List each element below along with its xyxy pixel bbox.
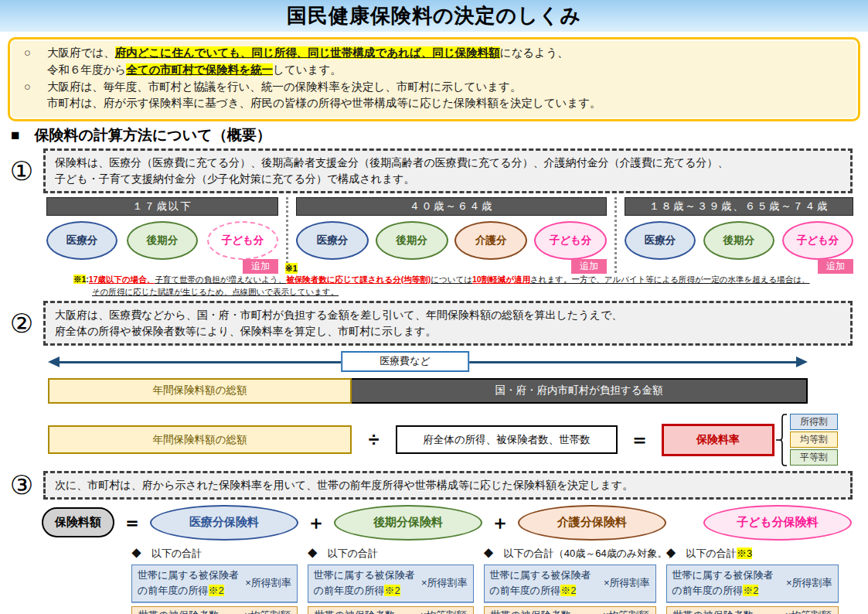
- capita-amount-label: ×均等割額: [244, 609, 291, 614]
- age-range-bar: ４０歳～６４歳: [296, 197, 607, 216]
- age-groups: １７歳以下医療分後期分子ども分追加※1４０歳～６４歳医療分後期分介護分子ども分追…: [39, 197, 863, 273]
- category-oval-kaigo: 介護分: [454, 221, 527, 260]
- income-rate-label: ×所得割率: [245, 576, 291, 590]
- step-3: ③ 次に、市町村は、府から示された保険料率を用いて、世帯の前年度所得や世帯構成等…: [0, 471, 853, 500]
- income-rate-label: ×所得割率: [786, 576, 832, 590]
- breakdown-heading: ◆ 以下の合計※3: [666, 547, 839, 561]
- income-rate-label: ×所得割率: [604, 576, 650, 590]
- step-2-text: 大阪府は、医療費などから、国・府・市町村が負担する金額を差し引いて、年間保険料額…: [43, 301, 853, 346]
- income-label: 世帯に属する被保険者の前年度の所得※2: [314, 568, 421, 599]
- arrow-head-right-icon: [796, 356, 808, 367]
- intro-text: 令和６年度から全ての市町村で保険料を統一しています。: [47, 62, 342, 79]
- capita-label: 世帯の被保険者数: [315, 609, 395, 614]
- breakdown-heading: ◆ 以下の合計: [131, 547, 298, 561]
- step-1-text: 保険料は、医療分（医療費に充てる分）、後期高齢者支援金分（後期高齢者の医療費に充…: [43, 148, 853, 193]
- page-header: 国民健康保険料の決定のしくみ: [0, 0, 868, 32]
- per-capita-levy-box: 均等割: [790, 432, 838, 448]
- equals-operator: ＝: [618, 427, 662, 452]
- step-3-text: 次に、市町村は、府から示された保険料率を用いて、世帯の前年度所得や世帯構成等に応…: [43, 471, 853, 500]
- breakdown-section: ◆ 以下の合計世帯に属する被保険者の前年度の所得※2×所得割率世帯の被保険者数×…: [131, 547, 868, 614]
- premium-oval-kodomo: 子ども分保険料: [703, 505, 852, 541]
- category-oval-kodomo: 子ども分: [207, 221, 278, 260]
- category-oval-row: 医療分後期分子ども分追加※1: [46, 216, 278, 273]
- income-label: 世帯に属する被保険者の前年度の所得※2: [138, 568, 245, 599]
- intro-text: 大阪府は、毎年度、市町村と協議を行い、統一の保険料率を決定し、市町村に示していま…: [47, 79, 521, 96]
- income-label: 世帯に属する被保険者の前年度の所得※2: [490, 568, 604, 599]
- per-household-levy-box: 平等割: [790, 449, 838, 466]
- step-3-number: ③: [0, 472, 43, 498]
- income-line1: 世帯に属する被保険者: [490, 568, 604, 583]
- arrow-head-left-icon: [48, 356, 60, 367]
- category-oval-kouki: 後期分: [376, 221, 448, 260]
- added-badge: 追加: [818, 259, 853, 274]
- income-line1: 世帯に属する被保険者: [672, 568, 786, 583]
- category-oval-kodomo: 子ども分: [534, 221, 607, 260]
- category-oval-medical: 医療分: [625, 221, 696, 260]
- arrow-label: 医療費など: [341, 351, 469, 372]
- capita-amount-label: ×均等割額: [420, 609, 467, 614]
- capita-row: 世帯の被保険者数×均等割額: [484, 606, 656, 614]
- age-range-bar: １７歳以下: [46, 197, 278, 216]
- category-item: 子ども分追加: [782, 221, 853, 273]
- premium-amount-box: 保険料額: [42, 507, 114, 537]
- note-1: ※1:17歳以下の場合、子育て世帯の負担が増えないよう、被保険者数に応じて課され…: [73, 274, 860, 298]
- capita-label: 世帯の被保険者数: [138, 609, 219, 614]
- category-item: 医療分: [46, 221, 117, 273]
- category-oval-medical: 医療分: [296, 221, 369, 260]
- capita-amount-label: ×均等割額: [785, 609, 832, 614]
- bullet-marker: ○: [24, 45, 47, 62]
- income-line2: の前年度の所得※2: [314, 583, 421, 599]
- step-1-number: ①: [0, 158, 43, 184]
- breakdown-col-kodomo: ◆ 以下の合計※3世帯に属する被保険者の前年度の所得※2×所得割率世帯の被保険者…: [666, 547, 839, 614]
- category-item: 子ども分追加: [534, 221, 607, 273]
- category-item: 介護分: [454, 221, 527, 273]
- income-line2: の前年度の所得※2: [672, 583, 786, 599]
- cost-split-bar: 年間保険料額の総額 国・府・府内市町村が負担する金額: [48, 378, 808, 404]
- intro-text: 大阪府では、府内どこに住んでいても、同じ所得、同じ世帯構成であれば、同じ保険料額…: [47, 45, 569, 62]
- breakdown-col-medical: ◆ 以下の合計世帯に属する被保険者の前年度の所得※2×所得割率世帯の被保険者数×…: [131, 547, 298, 614]
- premium-components: 医療分保険料＋後期分保険料＋介護分保険料子ども分保険料: [150, 505, 852, 541]
- rate-result: 保険料率 所得割 均等割 平等割: [662, 411, 838, 469]
- category-oval-kouki: 後期分: [127, 221, 198, 260]
- category-item: 後期分: [703, 221, 774, 273]
- income-line1: 世帯に属する被保険者: [314, 568, 421, 583]
- equals-operator: ＝: [123, 510, 141, 535]
- income-label: 世帯に属する被保険者の前年度の所得※2: [672, 568, 786, 599]
- premium-oval-kaigo: 介護分保険料: [518, 505, 666, 541]
- breakdown-heading: ◆ 以下の合計（40歳～64歳のみ対象。）: [484, 547, 656, 561]
- added-badge: 追加: [571, 259, 607, 274]
- plus-operator: ＋: [307, 510, 325, 535]
- medical-cost-arrow: 医療費など: [48, 351, 808, 374]
- bullet-marker: [24, 62, 47, 79]
- rate-breakdown: 所得割 均等割 平等割: [790, 414, 838, 466]
- income-row: 世帯に属する被保険者の前年度の所得※2×所得割率: [131, 565, 298, 602]
- breakdown-col-kaigo: ◆ 以下の合計（40歳～64歳のみ対象。）世帯に属する被保険者の前年度の所得※2…: [484, 547, 656, 614]
- income-line2: の前年度の所得※2: [138, 583, 245, 599]
- breakdown-sub: ◆ 以下の合計（40歳～64歳のみ対象。）世帯に属する被保険者の前年度の所得※2…: [484, 547, 868, 614]
- intro-line: 市町村は、府が示す保険料率に基づき、府民の皆様の所得や世帯構成等に応じた保険料額…: [24, 95, 844, 112]
- plus-operator: ＋: [491, 510, 509, 535]
- category-oval-medical: 医療分: [46, 221, 117, 260]
- income-row: 世帯に属する被保険者の前年度の所得※2×所得割率: [484, 565, 656, 602]
- capita-row: 世帯の被保険者数×均等割額: [308, 606, 474, 614]
- capita-row: 世帯の被保険者数×均等割額: [666, 606, 839, 614]
- step-1: ① 保険料は、医療分（医療費に充てる分）、後期高齢者支援金分（後期高齢者の医療費…: [0, 148, 853, 193]
- premium-rate-box: 保険料率: [662, 424, 774, 456]
- age-group: ４０歳～６４歳医療分後期分介護分子ども分追加: [286, 197, 614, 273]
- bullet-marker: ○: [24, 79, 47, 96]
- capita-label: 世帯の被保険者数: [673, 609, 754, 614]
- brace-icon: [776, 411, 789, 469]
- age-range-bar: １８歳～３９歳、６５歳～７４歳: [625, 197, 853, 216]
- premium-oval-kouki: 後期分保険料: [334, 505, 482, 541]
- breakdown-heading: ◆ 以下の合計: [308, 547, 474, 561]
- income-line2: の前年度の所得※2: [490, 583, 604, 599]
- intro-line: 令和６年度から全ての市町村で保険料を統一しています。: [24, 62, 844, 79]
- category-oval-row: 医療分後期分子ども分追加: [625, 216, 853, 273]
- page: 国民健康保険料の決定のしくみ ○ 大阪府では、府内どこに住んでいても、同じ所得、…: [0, 0, 868, 614]
- category-oval-kouki: 後期分: [703, 221, 774, 260]
- category-item: 後期分: [376, 221, 448, 273]
- page-title: 国民健康保険料の決定のしくみ: [287, 2, 581, 29]
- category-oval-row: 医療分後期分介護分子ども分追加: [296, 216, 607, 273]
- category-item: 後期分: [127, 221, 198, 273]
- capita-label: 世帯の被保険者数: [491, 609, 571, 614]
